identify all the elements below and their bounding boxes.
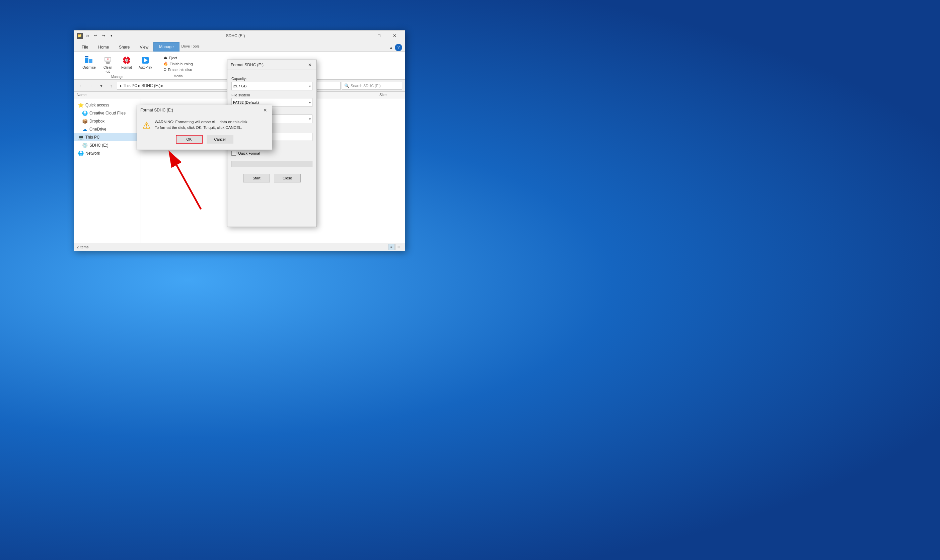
warning-buttons: OK Cancel bbox=[137, 135, 272, 147]
quick-access-label: Quick access bbox=[85, 103, 109, 108]
window-controls: — □ ✕ bbox=[356, 31, 402, 41]
title-bar: 📁 🗂 ↩ ↪ ▾ SDHC (E:) — □ ✕ bbox=[74, 31, 405, 41]
capacity-dropdown[interactable]: 29.7 GB ▾ bbox=[231, 82, 313, 90]
capacity-value: 29.7 GB bbox=[233, 84, 247, 88]
format-progress-bar bbox=[231, 161, 313, 167]
svg-rect-10 bbox=[126, 57, 127, 58]
format-close-btn[interactable]: Close bbox=[274, 174, 301, 182]
format-label: Format bbox=[121, 66, 132, 70]
eject-button[interactable]: ⏏ Eject bbox=[163, 55, 177, 61]
autoplay-button[interactable]: AutoPlay bbox=[137, 54, 154, 70]
erase-disc-label: Erase this disc bbox=[168, 68, 192, 72]
quick-access-icon: ⭐ bbox=[78, 102, 83, 108]
item-count: 2 items bbox=[77, 245, 88, 249]
up-btn[interactable]: ↑ bbox=[107, 82, 116, 90]
format-start-btn[interactable]: Start bbox=[243, 174, 270, 182]
dropbox-icon: 📦 bbox=[82, 118, 88, 124]
grid-view-btn[interactable]: ⊞ bbox=[396, 244, 402, 250]
capacity-arrow: ▾ bbox=[309, 85, 311, 88]
network-icon: 🌐 bbox=[78, 151, 83, 156]
format-action-buttons: Start Close bbox=[231, 174, 313, 182]
format-dialog-close[interactable]: ✕ bbox=[307, 62, 313, 68]
drive-tools-label: Drive Tools bbox=[179, 44, 202, 48]
forward-btn[interactable]: → bbox=[87, 82, 96, 90]
back-btn[interactable]: ← bbox=[77, 82, 85, 90]
close-btn[interactable]: ✕ bbox=[387, 31, 402, 41]
quick-format-label: Quick Format bbox=[238, 151, 260, 155]
filesystem-label: File system bbox=[231, 93, 313, 97]
list-view-btn[interactable]: ≡ bbox=[388, 244, 395, 250]
help-btn[interactable]: ? bbox=[395, 44, 402, 51]
format-dialog-title-text: Format SDHC (E:) bbox=[231, 63, 264, 67]
search-box[interactable]: 🔍 Search SDHC (E:) bbox=[342, 82, 402, 90]
autoplay-label: AutoPlay bbox=[139, 66, 152, 70]
quick-format-checkbox[interactable] bbox=[231, 151, 236, 155]
warning-cancel-btn[interactable]: Cancel bbox=[206, 135, 233, 144]
filesystem-arrow: ▾ bbox=[309, 101, 311, 105]
capacity-label: Capacity: bbox=[231, 77, 313, 81]
onedrive-label: OneDrive bbox=[89, 127, 106, 132]
recent-locations-btn[interactable]: ▾ bbox=[97, 82, 105, 90]
manage-group-label: Manage bbox=[111, 74, 123, 78]
col-header-name[interactable]: Name bbox=[74, 92, 378, 98]
explorer-icon: 📁 bbox=[77, 33, 83, 39]
maximize-btn[interactable]: □ bbox=[371, 31, 387, 41]
warning-body: ⚠ WARNING: Formatting will erase ALL dat… bbox=[137, 115, 272, 135]
finish-burning-button[interactable]: 🔥 Finish burning bbox=[163, 61, 193, 66]
autoplay-icon bbox=[140, 55, 151, 66]
warning-ok-btn[interactable]: OK bbox=[176, 135, 203, 144]
search-icon: 🔍 bbox=[344, 83, 349, 88]
col-header-size[interactable]: Size bbox=[378, 92, 405, 98]
creative-cloud-label: Creative Cloud Files bbox=[89, 111, 126, 115]
qat-redo-btn[interactable]: ↪ bbox=[100, 32, 107, 39]
ribbon-group-media: ⏏ Eject 🔥 Finish burning ⊙ Erase this di… bbox=[158, 53, 198, 78]
sidebar: ⭐ Quick access 🌐 Creative Cloud Files 📦 … bbox=[74, 98, 141, 243]
ribbon-media-items: ⏏ Eject 🔥 Finish burning ⊙ Erase this di… bbox=[163, 53, 193, 74]
ribbon-group-manage: Optimise ✕ Clea bbox=[77, 53, 158, 78]
sidebar-item-sdhc[interactable]: 💿 SDHC (E:) bbox=[74, 141, 141, 149]
search-placeholder: Search SDHC (E:) bbox=[351, 84, 381, 88]
view-buttons: ≡ ⊞ bbox=[388, 244, 402, 250]
sidebar-item-dropbox[interactable]: 📦 Dropbox bbox=[74, 117, 141, 125]
sidebar-item-onedrive[interactable]: ☁ OneDrive bbox=[74, 125, 141, 133]
window-title: SDHC (E:) bbox=[115, 34, 356, 38]
filesystem-value: FAT32 (Default) bbox=[233, 100, 259, 105]
sidebar-item-network[interactable]: 🌐 Network bbox=[74, 149, 141, 157]
allocation-arrow: ▾ bbox=[309, 117, 311, 121]
svg-rect-0 bbox=[85, 58, 88, 63]
qat-dropdown-btn[interactable]: ▾ bbox=[108, 32, 115, 39]
tab-view[interactable]: View bbox=[135, 43, 153, 51]
warning-message-line1: WARNING: Formatting will erase ALL data … bbox=[155, 120, 248, 124]
this-pc-label: This PC bbox=[85, 135, 100, 140]
optimise-label: Optimise bbox=[82, 66, 96, 70]
sidebar-section-main: ⭐ Quick access 🌐 Creative Cloud Files 📦 … bbox=[74, 101, 141, 157]
svg-rect-12 bbox=[123, 60, 124, 61]
minimize-btn[interactable]: — bbox=[356, 31, 371, 41]
ribbon-manage-items: Optimise ✕ Clea bbox=[81, 53, 154, 74]
sdhc-icon: 💿 bbox=[82, 143, 88, 148]
svg-rect-4 bbox=[106, 62, 110, 64]
tab-share[interactable]: Share bbox=[114, 43, 135, 51]
ribbon-collapse-btn[interactable]: ▲ bbox=[387, 44, 395, 51]
optimise-button[interactable]: Optimise bbox=[81, 54, 97, 70]
qat-undo-btn[interactable]: ↩ bbox=[92, 32, 99, 39]
tab-file[interactable]: File bbox=[77, 43, 93, 51]
sidebar-item-this-pc[interactable]: 💻 This PC bbox=[74, 133, 141, 141]
format-dialog-title-bar: Format SDHC (E:) ✕ bbox=[227, 60, 316, 70]
svg-rect-5 bbox=[107, 64, 109, 64]
erase-disc-button[interactable]: ⊙ Erase this disc bbox=[163, 67, 193, 72]
sidebar-item-creative-cloud[interactable]: 🌐 Creative Cloud Files bbox=[74, 109, 141, 117]
cleanup-label: Clean-up bbox=[103, 66, 112, 74]
sidebar-item-quick-access[interactable]: ⭐ Quick access bbox=[74, 101, 141, 109]
warning-close-btn[interactable]: ✕ bbox=[262, 107, 268, 114]
tab-home[interactable]: Home bbox=[93, 43, 114, 51]
format-icon bbox=[121, 55, 132, 66]
warning-icon: ⚠ bbox=[142, 120, 151, 131]
format-button[interactable]: Format bbox=[118, 54, 135, 70]
eject-icon: ⏏ bbox=[163, 55, 168, 60]
tab-manage[interactable]: Manage bbox=[153, 42, 179, 52]
finish-burning-label: Finish burning bbox=[170, 62, 193, 66]
qat-properties-btn[interactable]: 🗂 bbox=[84, 32, 91, 39]
creative-cloud-icon: 🌐 bbox=[82, 111, 88, 116]
cleanup-button[interactable]: ✕ Clean-up bbox=[99, 54, 116, 74]
